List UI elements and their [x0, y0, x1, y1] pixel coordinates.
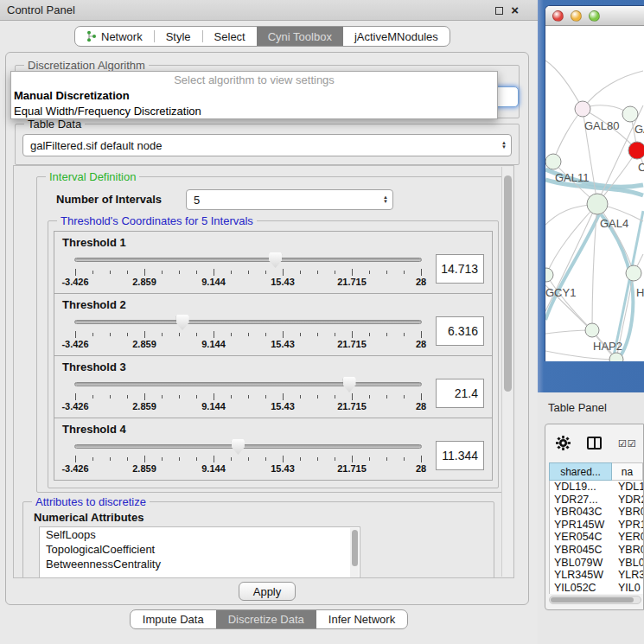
minimize-traffic-light[interactable] [571, 10, 582, 22]
checkbox-columns-icon[interactable]: ☑☑ [618, 438, 637, 450]
slider-tick-labels: -3.4262.8599.14415.4321.71528 [75, 463, 421, 474]
threshold-2-value[interactable]: 6.316 [436, 316, 484, 346]
slider-track[interactable] [74, 320, 422, 324]
column-header-na[interactable]: na [612, 462, 643, 481]
network-canvas[interactable]: GAL80GAGAL11CGAL4GCY1HHAP2 [545, 26, 644, 361]
table-row[interactable]: YLR345WYLR3 [550, 569, 643, 582]
table-row[interactable]: YER054CYER0 [550, 531, 643, 544]
threshold-1-box: Threshold 1-3.4262.8599.14415.4321.71528… [54, 231, 493, 294]
table-data-select[interactable]: galFiltered.sif default node ▲▼ [22, 134, 512, 156]
tab-discretize-data[interactable]: Discretize Data [216, 610, 316, 628]
tab-network[interactable]: Network [75, 27, 154, 46]
cell-name: YBR0 [613, 544, 643, 557]
cell-name: YDR2 [613, 494, 643, 507]
tab-label: Discretize Data [228, 613, 304, 626]
slider-track[interactable] [74, 258, 422, 262]
threshold-3-slider[interactable]: -3.4262.8599.14415.4321.71528 [74, 374, 422, 412]
tab-label: jActiveMNodules [354, 30, 438, 43]
tab-style[interactable]: Style [155, 27, 202, 46]
slider-track[interactable] [74, 382, 422, 386]
slider-tick-labels: -3.4262.8599.14415.4321.71528 [75, 401, 421, 411]
network-edge [583, 71, 643, 109]
apply-button[interactable]: Apply [239, 582, 296, 601]
cell-shared-name: YLR345W [550, 569, 613, 582]
threshold-4-value[interactable]: 11.344 [436, 441, 484, 470]
network-node-g[interactable] [622, 106, 638, 122]
network-node-gal80[interactable] [575, 101, 590, 117]
algorithm-placeholder-option: Select algorithm to view settings [11, 72, 497, 88]
number-of-intervals-value: 5 [194, 194, 200, 207]
attribute-item-topologicalcoefficient[interactable]: TopologicalCoefficient [40, 542, 360, 557]
column-header-shared[interactable]: shared... [549, 462, 612, 481]
slider-ticks [75, 331, 421, 338]
slider-thumb[interactable] [343, 377, 356, 392]
table-data-group-title: Table Data [24, 118, 85, 131]
table-row[interactable]: YBR045CYBR0 [550, 544, 643, 557]
algorithm-dropdown-popup: Select algorithm to view settings Manual… [10, 71, 498, 119]
algorithm-option-equal-width-frequency-discretization[interactable]: Equal Width/Frequency Discretization [11, 104, 497, 119]
slider-ticks [75, 393, 421, 400]
table-row[interactable]: YDL19...YDL1 [550, 481, 643, 494]
network-node-gcy1[interactable] [545, 268, 553, 282]
close-traffic-light[interactable] [552, 10, 564, 22]
discretization-algorithm-group-title: Discretization Algorithm [24, 59, 149, 72]
network-edge-teal [545, 214, 599, 320]
slider-thumb[interactable] [176, 315, 189, 330]
attributes-list-scrollbar[interactable] [350, 528, 359, 578]
cell-shared-name: YPR145W [550, 519, 613, 532]
tab-infer-network[interactable]: Infer Network [316, 610, 407, 628]
network-node-label: GCY1 [545, 286, 576, 299]
close-panel-icon[interactable]: × [511, 6, 519, 15]
table-row[interactable]: YBR043CYBR0 [550, 506, 643, 519]
interval-definition-group: Interval Definition Number of Intervals … [36, 176, 508, 493]
cell-name: YPR1 [613, 519, 643, 532]
threshold-2-label: Threshold 2 [54, 294, 492, 311]
cell-name: YIL0 [613, 582, 643, 595]
cell-shared-name: YBR043C [550, 506, 613, 519]
zoom-traffic-light[interactable] [589, 10, 600, 22]
numerical-attributes-list: SelfLoopsTopologicalCoefficientBetweenne… [39, 526, 360, 578]
threshold-2-slider[interactable]: -3.4262.8599.14415.4321.71528 [74, 312, 422, 350]
slider-track[interactable] [74, 444, 422, 449]
threshold-1-slider[interactable]: -3.4262.8599.14415.4321.71528 [74, 250, 422, 288]
table-panel-toolbar: ☑☑ [545, 424, 643, 462]
network-node-gal4[interactable] [587, 194, 608, 214]
threshold-4-label: Threshold 4 [54, 418, 492, 436]
table-panel-box: ☑☑ shared...na YDL19...YDL1YDR27...YDR2Y… [545, 424, 644, 610]
attribute-item-selfloops[interactable]: SelfLoops [40, 527, 360, 542]
number-of-intervals-select[interactable]: 5 ▲▼ [186, 189, 393, 210]
tab-select[interactable]: Select [203, 27, 257, 46]
algorithm-option-manual-discretization[interactable]: Manual Discretization [11, 88, 497, 104]
network-window-titlebar[interactable] [545, 6, 644, 26]
slider-ticks [75, 456, 421, 462]
gear-icon[interactable] [556, 436, 571, 454]
combo-arrows-icon: ▲▼ [383, 190, 388, 209]
table-row[interactable]: YDR27...YDR2 [550, 494, 643, 507]
cyni-bottom-tabbar: Impute DataDiscretize DataInfer Network [130, 609, 408, 629]
table-row[interactable]: YBL079WYBL0 [550, 557, 643, 570]
slider-thumb[interactable] [269, 252, 282, 268]
threshold-1-value[interactable]: 14.713 [436, 254, 484, 284]
threshold-3-value[interactable]: 21.4 [436, 379, 484, 408]
slider-thumb[interactable] [232, 439, 245, 455]
settings-vertical-scrollbar[interactable] [501, 167, 513, 577]
tab-jactivemnodules[interactable]: jActiveMNodules [343, 27, 450, 46]
attributes-group: Attributes to discretize Numerical Attri… [22, 501, 494, 578]
table-row[interactable]: YIL052CYIL0 [550, 582, 643, 595]
thresholds-group: Threshold's Coordinates for 5 Intervals … [48, 220, 499, 488]
attribute-item-betweennesscentrality[interactable]: BetweennessCentrality [40, 557, 360, 571]
slider-tick-labels: -3.4262.8599.14415.4321.71528 [75, 277, 421, 287]
network-node-hap2[interactable] [585, 323, 599, 337]
threshold-4-slider[interactable]: -3.4262.8599.14415.4321.71528 [74, 437, 422, 475]
network-node-label: GAL4 [600, 217, 628, 230]
split-columns-icon[interactable] [587, 437, 602, 450]
float-window-icon[interactable] [495, 7, 503, 15]
node-table: shared...na YDL19...YDL1YDR27...YDR2YBR0… [549, 462, 643, 594]
table-row[interactable]: YPR145WYPR1 [550, 519, 643, 532]
network-node-gal11[interactable] [545, 154, 561, 169]
tab-cyni-toolbox[interactable]: Cyni Toolbox [257, 27, 343, 46]
network-node-h[interactable] [626, 265, 641, 281]
table-horizontal-scrollbar[interactable] [549, 596, 641, 604]
network-node-c[interactable] [628, 142, 644, 159]
tab-impute-data[interactable]: Impute Data [131, 610, 216, 628]
